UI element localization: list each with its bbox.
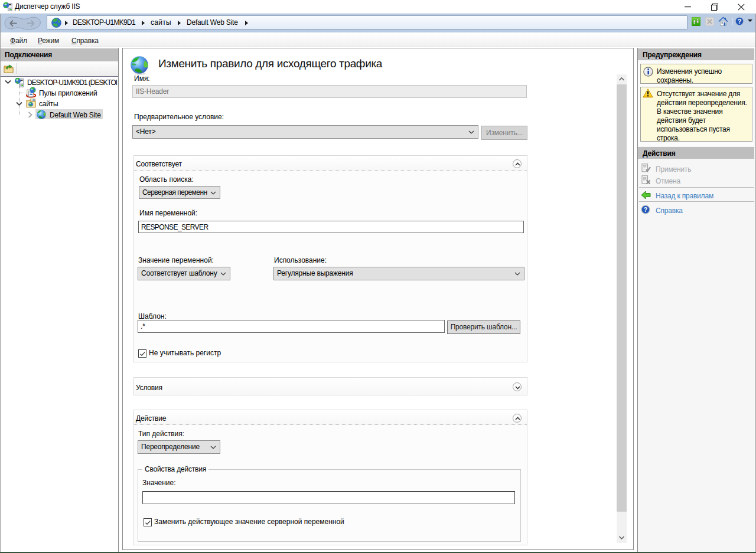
svg-text:?: ? [644,206,647,213]
svg-text:?: ? [738,18,742,25]
